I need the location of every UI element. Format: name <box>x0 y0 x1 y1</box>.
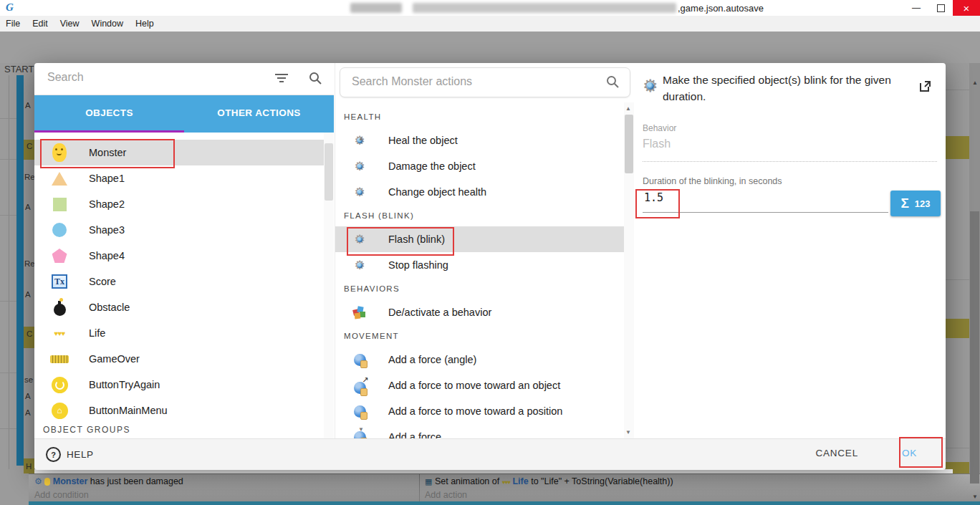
action-row[interactable]: ⚙Damage the object <box>335 153 624 179</box>
objects-column: OBJECTS OTHER ACTIONS MonsterShape1Shape… <box>34 63 334 438</box>
object-label: Score <box>89 276 116 287</box>
sigma-icon: Σ <box>900 196 908 211</box>
action-suffix: to "Life" + ToString(Variable(health)) <box>531 476 673 486</box>
event-cells-divider <box>419 474 420 503</box>
score-icon: Tx <box>50 271 69 292</box>
open-in-new-icon[interactable] <box>919 80 931 92</box>
menu-item-help[interactable]: Help <box>135 19 154 29</box>
help-label: HELP <box>67 449 94 460</box>
objects-scroll-up-icon[interactable]: ▲ <box>358 136 364 142</box>
menu-item-window[interactable]: Window <box>92 19 123 29</box>
search-icon[interactable] <box>605 74 620 89</box>
action-label: Add a force to move toward a position <box>388 405 562 417</box>
monster-mini-icon <box>44 478 50 486</box>
object-row-shape1[interactable]: Shape1 <box>34 165 324 191</box>
filter-icon[interactable] <box>274 72 289 84</box>
object-label: Shape2 <box>89 198 125 210</box>
add-condition-link[interactable]: Add condition <box>34 490 89 500</box>
pentagon-icon <box>50 246 69 266</box>
actions-scrollbar-thumb[interactable] <box>625 115 633 173</box>
menu-item-edit[interactable]: Edit <box>32 19 48 29</box>
add-action-link[interactable]: Add action <box>425 490 467 500</box>
object-row-score[interactable]: TxScore <box>34 269 324 294</box>
scroll-up-icon[interactable]: ▲ <box>972 80 978 86</box>
btn-tryagain-icon <box>50 375 69 395</box>
condition-object-name: Monster <box>53 476 88 486</box>
search-icon[interactable] <box>308 71 322 85</box>
close-button[interactable]: × <box>953 0 980 16</box>
action-row[interactable]: ⚙Heal the object <box>335 128 624 153</box>
minimize-button[interactable]: — <box>904 0 928 16</box>
numeric-label: 123 <box>915 198 931 209</box>
object-row-life[interactable]: ♥♥♥Life <box>34 320 324 346</box>
action-label: Stop flashing <box>388 259 448 271</box>
force-icon <box>351 351 368 368</box>
force-icon <box>351 403 368 420</box>
scene-tab-label: START <box>4 64 34 74</box>
cancel-button[interactable]: CANCEL <box>815 448 858 458</box>
object-label: GameOver <box>89 353 140 365</box>
events-gutter-line <box>9 75 9 469</box>
action-row[interactable]: Add a force to move toward a position <box>335 398 624 424</box>
menu-item-file[interactable]: File <box>6 19 20 29</box>
object-search-input[interactable] <box>46 70 264 85</box>
object-row-buttontryagain[interactable]: ButtonTryAgain <box>34 372 324 398</box>
action-search-bar <box>340 67 630 97</box>
objects-scrollbar-thumb[interactable] <box>325 143 333 201</box>
action-prefix: Set animation of <box>435 476 499 486</box>
object-row-buttonmainmenu[interactable]: ⌂ButtonMainMenu <box>34 398 324 423</box>
life-icon: ♥♥♥ <box>50 323 69 343</box>
annotation-box-monster <box>40 139 175 168</box>
maximize-button[interactable] <box>928 0 953 16</box>
action-label: Add a force to move toward an object <box>388 380 560 391</box>
title-bar: G ,game.json.autosave — × <box>0 0 980 16</box>
event-text-fragment: A <box>25 408 31 417</box>
object-row-shape3[interactable]: Shape3 <box>34 217 324 243</box>
action-gear-icon: ⚙ <box>643 77 658 95</box>
section-header: FLASH (BLINK) <box>335 205 624 226</box>
action-row[interactable]: De/activate a behavior <box>335 299 624 325</box>
objects-scroll-down-icon[interactable]: ▼ <box>358 427 364 433</box>
action-label: Add a force (angle) <box>388 354 476 365</box>
object-row-gameover[interactable]: GameOver <box>34 346 324 372</box>
action-row[interactable]: ↗Add a force to move toward an object <box>335 372 624 398</box>
toolbar <box>0 32 980 63</box>
object-label: ButtonMainMenu <box>89 405 168 416</box>
action-row[interactable]: Add a force <box>335 424 624 438</box>
events-scrollbar-thumb[interactable] <box>970 211 979 484</box>
action-row[interactable]: Add a force (angle) <box>335 347 624 372</box>
help-button[interactable]: ? HELP <box>46 447 94 462</box>
action-label: Damage the object <box>388 160 476 172</box>
action-row[interactable]: ⚙Stop flashing <box>335 252 624 278</box>
selected-event-border <box>29 501 980 505</box>
gameover-icon <box>50 349 69 369</box>
event-row[interactable]: ⚙ Monster has just been damaged Add cond… <box>29 473 980 503</box>
tab-other-actions[interactable]: OTHER ACTIONS <box>184 95 334 130</box>
menu-item-view[interactable]: View <box>60 19 80 29</box>
triangle-icon <box>50 168 69 188</box>
object-row-shape4[interactable]: Shape4 <box>34 243 324 269</box>
tab-objects[interactable]: OBJECTS <box>34 95 184 130</box>
object-label: Life <box>89 327 105 339</box>
object-row-shape2[interactable]: Shape2 <box>34 191 324 217</box>
behavior-field-underline <box>643 161 937 162</box>
actions-scroll-down-icon[interactable]: ▼ <box>625 430 631 436</box>
condition-gear-icon: ⚙ <box>34 476 42 486</box>
window-title: ,game.json.autosave <box>678 3 764 14</box>
action-search-input[interactable] <box>350 74 590 89</box>
force-toward-object-icon: ↗ <box>351 377 368 394</box>
object-search-bar <box>34 63 334 95</box>
actions-scroll-up-icon[interactable]: ▲ <box>625 106 631 112</box>
duration-field-label: Duration of the blinking, in seconds <box>643 176 782 186</box>
expression-editor-button[interactable]: Σ 123 <box>890 191 941 216</box>
event-text-fragment: A <box>25 392 31 400</box>
scroll-down-icon[interactable]: ▼ <box>972 494 978 500</box>
object-row-obstacle[interactable]: Obstacle <box>34 294 324 320</box>
action-label: De/activate a behavior <box>388 307 491 318</box>
instruction-editor-dialog: OBJECTS OTHER ACTIONS MonsterShape1Shape… <box>34 63 946 469</box>
action-description: Make the specified object(s) blink for t… <box>663 72 915 105</box>
condition-text: has just been damaged <box>90 476 183 486</box>
action-row[interactable]: ⚙Change object health <box>335 179 624 205</box>
left-tabs: OBJECTS OTHER ACTIONS <box>34 95 334 133</box>
objects-list: MonsterShape1Shape2Shape3Shape4TxScoreOb… <box>34 133 324 438</box>
